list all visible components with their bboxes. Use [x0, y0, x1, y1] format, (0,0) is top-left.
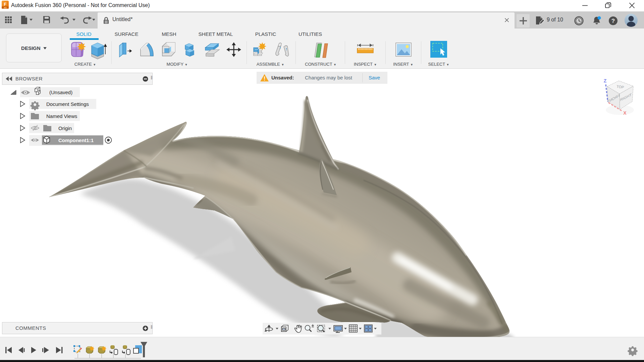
svg-text:TOP: TOP: [616, 84, 625, 89]
svg-text:?: ?: [611, 18, 615, 24]
svg-text:F: F: [4, 2, 7, 7]
svg-text:Z: Z: [604, 78, 607, 83]
svg-text:(Unsaved): (Unsaved): [49, 89, 72, 95]
svg-text:360: 360: [4, 7, 7, 9]
svg-text:X: X: [623, 110, 627, 116]
svg-text:Document Settings: Document Settings: [46, 101, 89, 107]
svg-text:Named Views: Named Views: [46, 113, 77, 119]
svg-text:Component1:1: Component1:1: [58, 137, 94, 143]
svg-text:Origin: Origin: [58, 125, 72, 131]
